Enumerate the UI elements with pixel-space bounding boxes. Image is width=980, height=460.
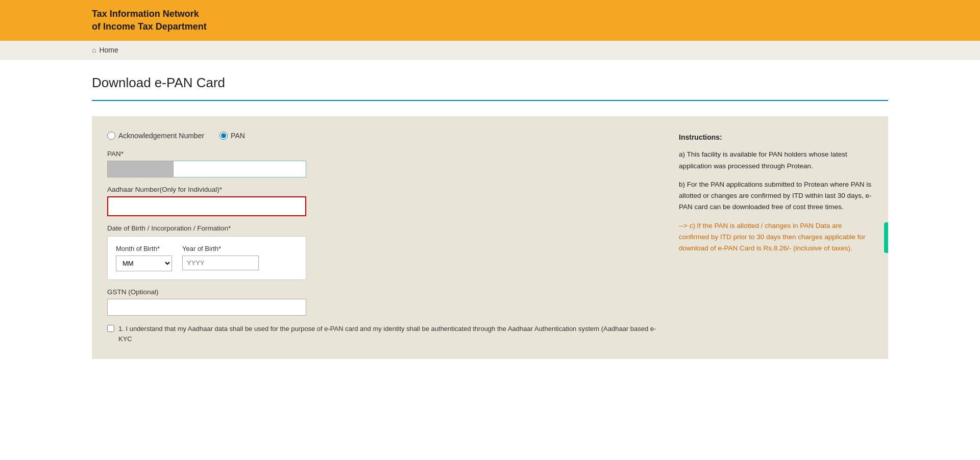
instructions-text: a) This facility is available for PAN ho… bbox=[679, 149, 873, 254]
home-icon: ⌂ bbox=[92, 46, 96, 54]
page-content: Download e-PAN Card Acknowledgement Numb… bbox=[0, 60, 980, 374]
header: Tax Information Network of Income Tax De… bbox=[0, 0, 980, 41]
month-select[interactable]: MM 01 02 03 04 05 06 07 08 09 10 11 bbox=[116, 255, 172, 271]
radio-pan-label: PAN bbox=[231, 132, 245, 140]
pan-label: PAN* bbox=[107, 150, 658, 158]
radio-acknowledgement[interactable]: Acknowledgement Number bbox=[107, 132, 204, 140]
checkbox-text: 1. I understand that my Aadhaar data sha… bbox=[118, 324, 658, 344]
month-label: Month of Birth* bbox=[116, 245, 172, 252]
radio-pan[interactable]: PAN bbox=[219, 132, 245, 140]
year-input[interactable] bbox=[182, 255, 259, 270]
radio-pan-input[interactable] bbox=[219, 132, 228, 140]
pan-field-group: PAN* bbox=[107, 150, 658, 177]
instruction-c: --> c) If the PAN is allotted / changes … bbox=[679, 220, 873, 254]
home-link[interactable]: Home bbox=[99, 46, 118, 54]
blue-divider bbox=[92, 100, 888, 101]
radio-acknowledgement-label: Acknowledgement Number bbox=[118, 132, 204, 140]
side-indicator bbox=[884, 222, 888, 253]
form-container: Acknowledgement Number PAN PAN* Aadhaar … bbox=[92, 116, 888, 359]
checkbox-row: 1. I understand that my Aadhaar data sha… bbox=[107, 324, 658, 344]
instruction-b: b) For the PAN applications submitted to… bbox=[679, 179, 873, 213]
pan-prefix bbox=[107, 161, 174, 177]
dob-fields-container: Month of Birth* MM 01 02 03 04 05 06 07 … bbox=[107, 236, 306, 280]
instructions-title: Instructions: bbox=[679, 132, 873, 143]
radio-group: Acknowledgement Number PAN bbox=[107, 132, 658, 140]
year-field: Year of Birth* bbox=[182, 245, 259, 271]
pan-input[interactable] bbox=[174, 161, 306, 177]
aadhaar-field-group: Aadhaar Number(Only for Individual)* bbox=[107, 186, 658, 216]
gstn-field-group: GSTN (Optional) bbox=[107, 288, 658, 316]
instruction-a: a) This facility is available for PAN ho… bbox=[679, 149, 873, 172]
aadhaar-label: Aadhaar Number(Only for Individual)* bbox=[107, 186, 658, 193]
form-left: Acknowledgement Number PAN PAN* Aadhaar … bbox=[107, 132, 658, 344]
header-title: Tax Information Network of Income Tax De… bbox=[92, 8, 207, 33]
nav-bar: ⌂ Home bbox=[0, 41, 980, 60]
form-instructions: Instructions: a) This facility is availa… bbox=[679, 132, 873, 344]
year-label: Year of Birth* bbox=[182, 245, 259, 252]
gstn-label: GSTN (Optional) bbox=[107, 288, 658, 296]
gstn-input[interactable] bbox=[107, 299, 306, 316]
page-title: Download e-PAN Card bbox=[92, 75, 888, 91]
radio-acknowledgement-input[interactable] bbox=[107, 132, 115, 140]
month-field: Month of Birth* MM 01 02 03 04 05 06 07 … bbox=[116, 245, 172, 271]
aadhaar-input[interactable] bbox=[107, 196, 306, 216]
dob-section: Date of Birth / Incorporation / Formatio… bbox=[107, 224, 658, 280]
consent-checkbox[interactable] bbox=[107, 325, 114, 332]
pan-field-wrapper bbox=[107, 161, 306, 177]
dob-label: Date of Birth / Incorporation / Formatio… bbox=[107, 224, 658, 232]
